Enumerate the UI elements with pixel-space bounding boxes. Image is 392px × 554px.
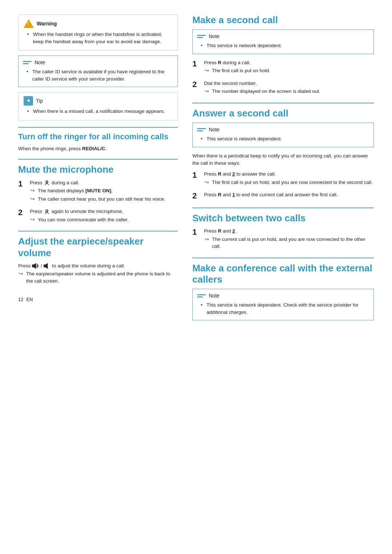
answer-step-2-main: Press R and 1 to end the current call an… [204, 192, 338, 197]
switch-step-1: 1 Press R and 2 . The current call is pu… [192, 227, 374, 251]
second-call-sub-2-1: The number displayed on the screen is di… [204, 88, 374, 95]
answer-step-1: 1 Press R and 2 to answer the call. The … [192, 171, 374, 187]
second-call-step-2-content: Dial the second number. The number displ… [204, 80, 374, 96]
second-call-step-1-main: Press R during a call. [204, 60, 250, 65]
answer-sub-1-1: The first call is put on hold, and you a… [204, 179, 374, 186]
note-item-second-call: This service is network dependent. [201, 42, 369, 49]
answer-step-1-content: Press R and 2 to answer the call. The fi… [204, 171, 374, 187]
page-lang: EN [26, 297, 33, 302]
mute-phone-icon-2 [44, 209, 50, 215]
page-container: Warning When the handset rings or when t… [0, 0, 392, 554]
note-item-answer: This service is network dependent. [201, 135, 369, 143]
note-box-answer: Note This service is network dependent. [192, 123, 374, 147]
volume-divider [18, 231, 178, 231]
second-call-step-2-num: 2 [192, 80, 200, 89]
note-list-1: The caller ID service is available if yo… [23, 68, 173, 82]
switch-sub-1-1: The current call is put on hold, and you… [204, 236, 374, 250]
second-call-step-2: 2 Dial the second number. The number dis… [192, 80, 374, 96]
mute-step-1: 1 Press during a call. The handset displ… [18, 179, 178, 204]
svg-rect-4 [32, 264, 34, 267]
note-item-1: The caller ID service is available if yo… [26, 68, 173, 82]
volume-down-icon [44, 263, 51, 269]
note-list-conference: This service is network dependent. Check… [197, 301, 369, 316]
note-icon-answer [197, 126, 206, 133]
answer-second-title: Answer a second call [192, 108, 374, 119]
mute-step-1-subs: The handset displays [MUTE ON]. The call… [30, 187, 178, 202]
note-label-answer: Note [209, 127, 220, 132]
second-call-title: Make a second call [192, 15, 374, 26]
warning-box: Warning When the handset rings or when t… [18, 15, 178, 50]
note-line-2 [23, 63, 29, 64]
mute-step-1-num: 1 [18, 179, 26, 189]
mute-divider [18, 159, 178, 160]
right-column: Make a second call Note This service is … [192, 15, 374, 539]
tip-header: ✦ Tip [24, 96, 172, 106]
volume-step-subs: The earpiece/speaker volume is adjusted … [18, 270, 178, 284]
page-number: 12 [18, 297, 23, 302]
mute-step-1-main: Press during a call. [30, 180, 79, 185]
mute-sub-2-1: You can now communicate with the caller. [30, 216, 178, 223]
ringer-body: When the phone rings, press REDIAL/C. [18, 145, 178, 152]
ringer-title: Turn off the ringer for all incoming cal… [18, 132, 178, 141]
note-header-conference: Note [197, 292, 369, 299]
note-list-second-call: This service is network dependent. [197, 42, 369, 49]
left-column: Warning When the handset rings or when t… [18, 15, 178, 539]
mute-title: Mute the microphone [18, 164, 178, 175]
note-line-1 [23, 61, 32, 62]
volume-title: Adjust the earpiece/speaker volume [18, 236, 178, 258]
mute-step-2-num: 2 [18, 208, 26, 217]
svg-rect-6 [44, 264, 45, 267]
note-item-conference: This service is network dependent. Check… [201, 301, 369, 316]
note-label-conference: Note [209, 293, 220, 299]
switch-step-1-subs: The current call is put on hold, and you… [204, 236, 374, 250]
note-box-second-call: Note This service is network dependent. [192, 29, 374, 54]
note-icon-second-call [197, 33, 206, 40]
answer-step-2-num: 2 [192, 191, 200, 201]
tip-item: When there is a missed call, a notificat… [27, 108, 172, 115]
warning-icon [24, 19, 34, 29]
note-icon-conference [197, 292, 206, 299]
tip-star-icon: ✦ [26, 98, 31, 104]
warning-triangle-icon [24, 19, 34, 28]
mute-step-2: 2 Press again to unmute the microphone. … [18, 208, 178, 224]
ringer-divider [18, 127, 178, 128]
note-icon-1 [23, 59, 32, 66]
note-header-answer: Note [197, 126, 369, 133]
tip-label: Tip [36, 98, 43, 104]
tip-box: ✦ Tip When there is a missed call, a not… [18, 92, 178, 120]
second-call-step-1-num: 1 [192, 59, 200, 69]
second-call-sub-1-1: The first call is put on hold. [204, 67, 374, 74]
mute-phone-icon-1 [44, 180, 50, 186]
volume-sub-1: The earpiece/speaker volume is adjusted … [18, 270, 178, 284]
answer-step-1-main: Press R and 2 to answer the call. [204, 171, 276, 177]
switch-step-1-num: 1 [192, 227, 200, 237]
switch-title: Switch between two calls [192, 213, 374, 224]
conference-divider [192, 258, 374, 258]
answer-step-2-content: Press R and 1 to end the current call an… [204, 191, 374, 198]
second-call-step-2-subs: The number displayed on the screen is di… [204, 88, 374, 95]
volume-step-content: Press / to adjust the volume during a ca… [18, 262, 178, 286]
note-header-1: Note [23, 59, 173, 66]
volume-step-main: Press / to adjust the volume during a ca… [18, 263, 125, 268]
volume-up-icon [32, 263, 39, 269]
second-call-step-1-content: Press R during a call. The first call is… [204, 59, 374, 75]
warning-label: Warning [37, 21, 57, 26]
second-call-step-1-subs: The first call is put on hold. [204, 67, 374, 74]
note-box-1: Note The caller ID service is available … [18, 56, 178, 87]
answer-step-2: 2 Press R and 1 to end the current call … [192, 191, 374, 201]
conference-title: Make a conference call with the external… [192, 263, 374, 285]
tip-list: When there is a missed call, a notificat… [24, 108, 172, 115]
mute-step-2-main: Press again to unmute the microphone. [30, 209, 123, 214]
mute-step-1-content: Press during a call. The handset display… [30, 179, 178, 204]
warning-item: When the handset rings or when the hands… [27, 31, 172, 45]
volume-step: Press / to adjust the volume during a ca… [18, 262, 178, 286]
svg-marker-5 [34, 263, 36, 269]
note-header-second-call: Note [197, 33, 369, 40]
second-call-step-2-main: Dial the second number. [204, 81, 257, 86]
mute-sub-1-1: The handset displays [MUTE ON]. [30, 187, 178, 194]
warning-list: When the handset rings or when the hands… [24, 31, 172, 46]
page-footer: 12 EN [18, 297, 178, 302]
note-list-answer: This service is network dependent. [197, 135, 369, 143]
answer-step-1-subs: The first call is put on hold, and you a… [204, 179, 374, 186]
answer-step-1-num: 1 [192, 171, 200, 180]
